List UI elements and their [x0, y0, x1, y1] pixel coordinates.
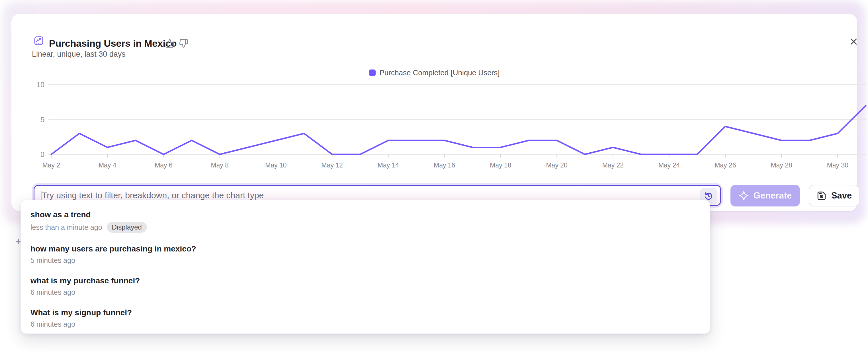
history-item[interactable]: What is my signup funnel? 6 minutes ago	[21, 302, 710, 334]
save-icon	[816, 191, 827, 201]
history-item[interactable]: show as a trend less than a minute ago D…	[21, 204, 710, 238]
history-item-time: 5 minutes ago	[30, 256, 75, 264]
chart-trend-icon	[34, 36, 43, 45]
svg-text:May 18: May 18	[490, 161, 511, 169]
svg-text:May 14: May 14	[378, 161, 399, 169]
svg-text:May 10: May 10	[265, 161, 286, 169]
svg-text:0: 0	[40, 150, 44, 158]
svg-text:May 6: May 6	[155, 161, 173, 169]
svg-text:May 16: May 16	[434, 161, 455, 169]
thumbs-down-icon[interactable]	[179, 39, 188, 48]
status-badge: Displayed	[107, 222, 147, 233]
generate-label: Generate	[753, 191, 792, 201]
svg-text:May 20: May 20	[546, 161, 567, 169]
svg-text:May 12: May 12	[321, 161, 343, 169]
history-item-title: show as a trend	[30, 210, 700, 220]
save-label: Save	[831, 191, 852, 201]
svg-text:May 26: May 26	[714, 161, 736, 169]
svg-text:10: 10	[36, 81, 44, 89]
history-dropdown: show as a trend less than a minute ago D…	[21, 200, 710, 334]
svg-text:May 4: May 4	[98, 161, 117, 169]
history-item-title: how many users are purchasing in mexico?	[30, 244, 700, 254]
page-title: Purchasing Users in Mexico	[49, 38, 177, 49]
close-icon[interactable]	[849, 36, 859, 47]
history-item-time: less than a minute ago	[30, 223, 102, 231]
history-item-time: 6 minutes ago	[30, 288, 75, 296]
history-item-title: what is my purchase funnel?	[30, 276, 700, 286]
sparkle-icon	[739, 191, 749, 201]
history-item-title: What is my signup funnel?	[30, 308, 700, 318]
svg-text:May 8: May 8	[211, 161, 229, 169]
history-item-time: 6 minutes ago	[30, 320, 75, 328]
page: Purchasing Users in Mexico Linear, uniqu…	[0, 0, 868, 352]
svg-text:May 30: May 30	[827, 161, 848, 169]
svg-text:5: 5	[40, 116, 44, 124]
history-item[interactable]: how many users are purchasing in mexico?…	[21, 238, 710, 270]
svg-text:May 2: May 2	[42, 161, 60, 169]
legend-series-label: Purchase Completed [Unique Users]	[380, 68, 500, 77]
legend-swatch	[369, 69, 376, 76]
thumbs-up-icon[interactable]	[165, 39, 175, 48]
svg-text:May 28: May 28	[771, 161, 792, 169]
chart-card: Purchasing Users in Mexico Linear, uniqu…	[11, 14, 857, 211]
svg-text:May 24: May 24	[658, 161, 680, 169]
chart-subtitle: Linear, unique, last 30 days	[32, 50, 126, 59]
chart-legend[interactable]: Purchase Completed [Unique Users]	[11, 68, 857, 77]
line-chart: 0510May 2May 4May 6May 8May 10May 12May …	[31, 79, 868, 178]
history-item[interactable]: what is my purchase funnel? 6 minutes ag…	[21, 270, 710, 302]
svg-text:May 22: May 22	[602, 161, 624, 169]
save-button[interactable]: Save	[809, 185, 860, 206]
generate-button[interactable]: Generate	[731, 185, 800, 206]
